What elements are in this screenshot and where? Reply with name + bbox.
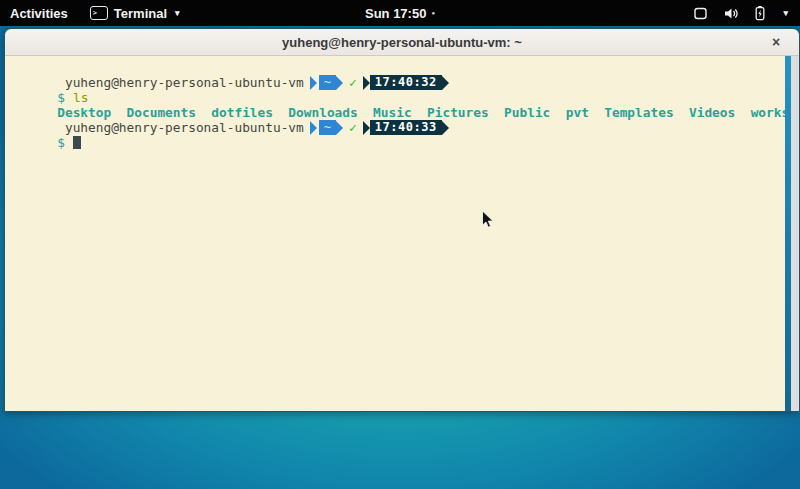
terminal-cursor[interactable] (73, 136, 81, 149)
powerline-arrow-icon (336, 121, 343, 135)
status-check-icon: ✓ (349, 120, 357, 135)
prompt-path: ~ (319, 75, 336, 90)
network-icon (693, 6, 708, 21)
prompt-dollar: $ (57, 90, 65, 105)
prompt-dollar: $ (57, 135, 65, 150)
battery-charging-icon (754, 5, 766, 21)
app-menu-label: Terminal (114, 6, 167, 21)
top-bar: Activities > Terminal ▾ Sun 17:50 ● (0, 0, 800, 26)
prompt-path: ~ (319, 120, 336, 135)
close-button[interactable]: × (767, 33, 785, 51)
terminal-content[interactable]: yuheng@henry-personal-ubuntu-vm~✓17:40:3… (5, 56, 799, 411)
prompt-timestamp: 17:40:33 (370, 120, 442, 135)
window-title: yuheng@henry-personal-ubuntu-vm: ~ (282, 35, 522, 50)
directory-list: Desktop Documents dotfiles Downloads Mus… (57, 105, 800, 120)
system-status-area[interactable]: ▾ (693, 5, 800, 21)
system-menu-chevron-icon: ▾ (783, 8, 788, 18)
powerline-arrow-icon (310, 76, 317, 90)
command-text: ls (73, 90, 88, 105)
powerline-arrow-icon (336, 76, 343, 90)
powerline-segment: ~✓17:40:33 (310, 120, 449, 135)
terminal-window: yuheng@henry-personal-ubuntu-vm: ~ × yuh… (4, 28, 800, 412)
notification-dot-icon: ● (431, 10, 435, 16)
chevron-down-icon: ▾ (175, 8, 180, 18)
window-titlebar[interactable]: yuheng@henry-personal-ubuntu-vm: ~ × (5, 29, 799, 56)
prompt-line-1: yuheng@henry-personal-ubuntu-vm~✓17:40:3… (11, 60, 783, 75)
scrollbar[interactable] (785, 56, 799, 411)
volume-icon (723, 6, 739, 21)
ls-output-line: Desktop Documents dotfiles Downloads Mus… (11, 90, 783, 105)
prompt-timestamp: 17:40:32 (370, 75, 442, 90)
powerline-arrow-icon (310, 121, 317, 135)
powerline-arrow-icon (363, 121, 370, 135)
prompt-hostname: yuheng@henry-personal-ubuntu-vm (57, 75, 304, 90)
activities-button[interactable]: Activities (10, 6, 68, 21)
clock-label[interactable]: Sun 17:50 (365, 6, 426, 21)
powerline-arrow-icon (363, 76, 370, 90)
powerline-arrow-icon (442, 121, 449, 135)
app-menu-terminal[interactable]: > Terminal ▾ (90, 6, 180, 21)
powerline-segment: ~✓17:40:32 (310, 75, 449, 90)
status-check-icon: ✓ (349, 75, 357, 90)
prompt-hostname: yuheng@henry-personal-ubuntu-vm (57, 120, 304, 135)
powerline-arrow-icon (442, 76, 449, 90)
terminal-icon: > (90, 6, 108, 20)
scrollbar-track[interactable] (791, 56, 799, 411)
